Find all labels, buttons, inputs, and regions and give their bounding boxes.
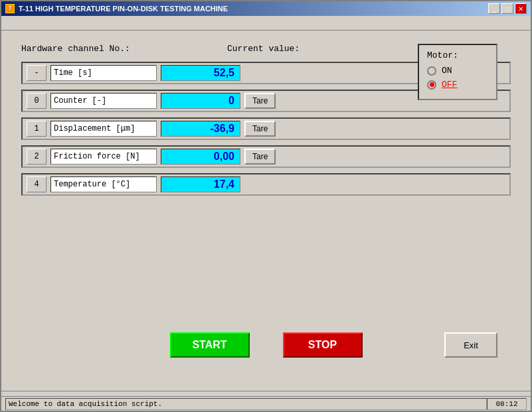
motor-on-option[interactable]: ON	[427, 66, 488, 76]
channel-num-displacement: 1	[27, 121, 46, 137]
title-bar-left: T T-11 HIGH TEMPERATURE PIN-ON-DISK TEST…	[5, 4, 228, 13]
motor-section: Motor: ON OFF	[418, 44, 497, 100]
tare-button-displacement[interactable]: Tare	[244, 121, 276, 137]
motor-on-label: ON	[442, 66, 452, 76]
app-icon: T	[5, 4, 15, 13]
close-button[interactable]: ✕	[515, 3, 527, 14]
motor-off-label: OFF	[442, 80, 457, 90]
row-temperature: 4 Temperature [°C] 17,4	[21, 173, 511, 196]
current-val-friction: 0,00	[161, 149, 240, 165]
status-time: 08:12	[487, 398, 527, 410]
window-controls: _ □ ✕	[488, 3, 527, 14]
tare-button-friction[interactable]: Tare	[244, 149, 276, 165]
bottom-buttons: START STOP Exit	[1, 332, 531, 358]
motor-off-radio[interactable]	[427, 80, 436, 90]
minimize-button[interactable]: _	[488, 3, 500, 14]
row-friction: 2 Friction force [N] 0,00 Tare	[21, 145, 511, 168]
motor-label: Motor:	[427, 50, 488, 60]
exit-button[interactable]: Exit	[444, 332, 497, 358]
separator	[1, 391, 531, 396]
channel-num-counter: 0	[27, 93, 46, 109]
channel-name-friction: Friction force [N]	[50, 149, 157, 165]
current-value-header: Current value:	[227, 44, 333, 54]
channel-num-time: -	[27, 65, 46, 81]
status-bar: Welcome to data acquisition script. 08:1…	[1, 396, 531, 411]
menu-bar	[1, 16, 531, 31]
current-val-temperature: 17,4	[161, 176, 240, 192]
main-content: Hardware channel No.: Current value: Mot…	[1, 31, 531, 391]
channel-name-counter: Counter [-]	[50, 93, 157, 109]
current-val-displacement: -36,9	[161, 121, 240, 137]
motor-on-radio[interactable]	[427, 66, 436, 76]
channel-name-displacement: Displacement [μm]	[50, 121, 157, 137]
status-message: Welcome to data acquisition script.	[5, 398, 487, 410]
hw-channel-header: Hardware channel No.:	[21, 44, 227, 54]
start-button[interactable]: START	[170, 332, 250, 358]
current-val-time: 52,5	[161, 65, 240, 81]
channel-name-time: Time [s]	[50, 65, 157, 81]
maximize-button[interactable]: □	[501, 3, 513, 14]
channel-num-temperature: 4	[27, 176, 46, 192]
motor-off-option[interactable]: OFF	[427, 80, 488, 90]
channel-num-friction: 2	[27, 149, 46, 165]
title-bar: T T-11 HIGH TEMPERATURE PIN-ON-DISK TEST…	[1, 1, 531, 16]
tare-button-counter[interactable]: Tare	[244, 93, 276, 109]
window-title: T-11 HIGH TEMPERATURE PIN-ON-DISK TESTIN…	[19, 5, 228, 13]
stop-button[interactable]: STOP	[283, 332, 363, 358]
main-window: T T-11 HIGH TEMPERATURE PIN-ON-DISK TEST…	[0, 0, 532, 412]
current-val-counter: 0	[161, 93, 240, 109]
channel-name-temperature: Temperature [°C]	[50, 176, 157, 192]
row-displacement: 1 Displacement [μm] -36,9 Tare	[21, 117, 511, 140]
